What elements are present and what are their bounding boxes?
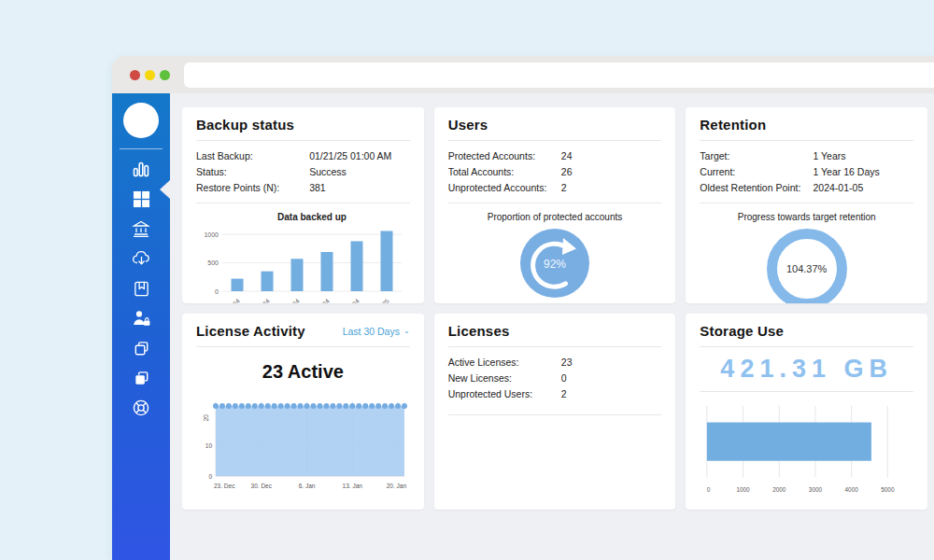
kv-label: Current: <box>700 164 813 180</box>
kv-row: Oldest Retention Point: 2024-01-05 <box>700 180 913 196</box>
card-users: Users Protected Accounts: 24 Total Accou… <box>434 107 676 303</box>
kv-row: Active Licenses: 23 <box>448 355 662 371</box>
kv-value: 23 <box>561 355 661 371</box>
sidebar-item-life-ring[interactable] <box>112 393 170 423</box>
address-bar-input[interactable] <box>184 63 934 88</box>
licenses-title: Licenses <box>448 323 662 339</box>
close-window-button[interactable] <box>130 70 140 80</box>
kv-label: New Licenses: <box>448 371 561 386</box>
life-ring-icon <box>132 399 150 417</box>
kv-value: 26 <box>561 164 661 180</box>
storage-hbar-chart: 010002000300040005000 <box>700 399 913 498</box>
sidebar-item-book[interactable] <box>112 273 170 303</box>
copy-filled-icon <box>133 370 150 387</box>
sidebar-item-bank[interactable] <box>112 214 170 244</box>
kv-label: Active Licenses: <box>448 355 561 371</box>
kv-row: Unprotected Users: 2 <box>448 386 662 402</box>
svg-text:1000: 1000 <box>204 231 219 238</box>
bar-chart-icon <box>132 160 150 178</box>
sidebar-item-user-lock[interactable] <box>112 303 170 333</box>
card-storage-use: Storage Use 421.31 GB 010002000300040005… <box>686 314 927 510</box>
divider <box>700 391 913 392</box>
book-icon <box>133 280 150 298</box>
svg-text:09/2024: 09/2024 <box>250 298 271 303</box>
divider <box>448 346 662 347</box>
svg-text:01/2025: 01/2025 <box>370 298 390 303</box>
selected-item-notch <box>150 180 170 199</box>
divider <box>700 140 913 141</box>
kv-value: 2 <box>561 180 661 196</box>
traffic-lights <box>130 70 170 80</box>
kv-value: 0 <box>561 371 661 386</box>
kv-value: Success <box>309 164 409 180</box>
retention-percentage: 104.37% <box>786 263 827 274</box>
dashboard-content: Backup status Last Backup: 01/21/25 01:0… <box>170 93 934 560</box>
kv-row: Restore Points (N): 381 <box>196 180 410 196</box>
kv-value: 381 <box>309 180 409 196</box>
kv-row: Current: 1 Year 16 Days <box>700 164 913 180</box>
retention-title: Retention <box>700 117 913 133</box>
svg-text:20. Jan: 20. Jan <box>387 483 407 489</box>
retention-progress-ring: 104.37% <box>767 229 847 303</box>
svg-text:Data backed up: Data backed up <box>277 212 347 222</box>
svg-text:30. Dec: 30. Dec <box>250 483 272 489</box>
kv-row: New Licenses: 0 <box>448 371 662 386</box>
divider <box>448 414 662 415</box>
sidebar-item-copy[interactable] <box>112 333 170 363</box>
kv-label: Unprotected Accounts: <box>448 180 561 196</box>
svg-text:6. Jan: 6. Jan <box>298 483 315 489</box>
svg-text:500: 500 <box>207 259 219 266</box>
svg-text:0: 0 <box>707 486 711 493</box>
kv-label: Oldest Retention Point: <box>700 180 813 196</box>
svg-text:10: 10 <box>205 442 213 449</box>
card-licenses: Licenses Active Licenses: 23 New License… <box>434 314 676 510</box>
copy-icon <box>133 340 150 357</box>
svg-text:3000: 3000 <box>809 486 823 493</box>
sidebar-item-copy-filled[interactable] <box>112 363 170 393</box>
app-sidebar <box>112 93 170 560</box>
divider <box>700 203 913 203</box>
divider <box>196 346 410 347</box>
divider <box>448 203 662 203</box>
svg-text:1000: 1000 <box>737 486 751 493</box>
svg-text:11/2024: 11/2024 <box>310 298 330 303</box>
protected-percentage: 92% <box>520 258 589 271</box>
kv-label: Protected Accounts: <box>448 148 561 164</box>
svg-text:12/2024: 12/2024 <box>340 298 361 303</box>
svg-text:08/2024: 08/2024 <box>220 298 241 303</box>
svg-text:5000: 5000 <box>882 486 896 493</box>
card-license-activity: License Activity Last 30 Days ⌄ 23 Activ… <box>182 314 424 510</box>
bank-icon <box>132 219 150 238</box>
kv-label: Restore Points (N): <box>196 180 309 196</box>
storage-amount: 421.31 GB <box>700 355 913 384</box>
storage-use-title: Storage Use <box>700 323 913 339</box>
divider <box>196 203 410 203</box>
svg-text:2000: 2000 <box>772 486 786 493</box>
kv-row: Unprotected Accounts: 2 <box>448 180 662 196</box>
sidebar-divider <box>120 148 163 149</box>
date-range-dropdown[interactable]: Last 30 Days ⌄ <box>343 326 410 337</box>
kv-value: 1 Year 16 Days <box>814 164 913 180</box>
svg-text:0: 0 <box>215 288 219 295</box>
divider <box>700 346 913 347</box>
user-lock-icon <box>132 309 151 328</box>
kv-label: Total Accounts: <box>448 164 561 180</box>
maximize-window-button[interactable] <box>160 70 170 80</box>
kv-label: Target: <box>700 148 813 164</box>
protected-accounts-gauge: 92% <box>520 229 589 298</box>
svg-text:4000: 4000 <box>845 486 859 493</box>
kv-label: Status: <box>196 164 309 180</box>
license-activity-title: License Activity <box>196 323 305 339</box>
kv-row: Target: 1 Years <box>700 148 913 164</box>
cloud-download-icon <box>132 249 151 268</box>
divider <box>448 140 662 141</box>
browser-window: Backup status Last Backup: 01/21/25 01:0… <box>112 56 934 560</box>
svg-text:10/2024: 10/2024 <box>280 298 301 303</box>
svg-text:13. Jan: 13. Jan <box>342 483 362 489</box>
svg-text:0: 0 <box>208 473 212 480</box>
kv-row: Total Accounts: 26 <box>448 164 662 180</box>
sidebar-item-cloud-download[interactable] <box>112 244 170 273</box>
minimize-window-button[interactable] <box>145 70 155 80</box>
avatar[interactable] <box>123 103 159 138</box>
divider <box>196 140 410 141</box>
